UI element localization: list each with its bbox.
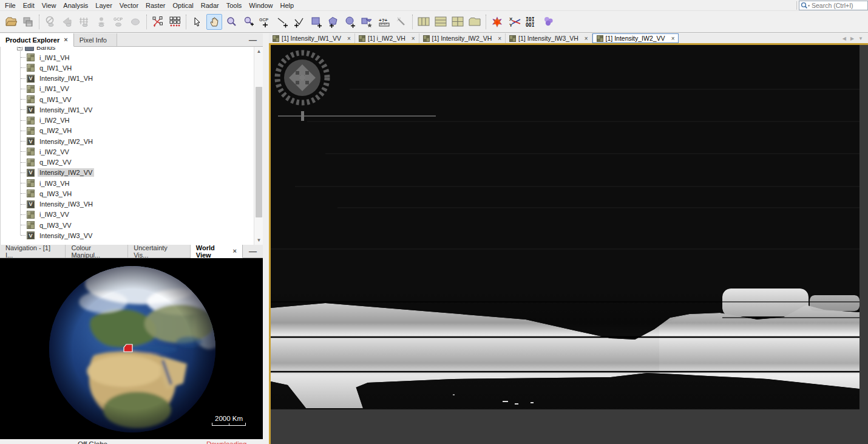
close-icon[interactable]: ×	[347, 35, 351, 42]
close-icon[interactable]: ×	[498, 35, 501, 42]
rectangle-drawing-icon[interactable]	[308, 14, 324, 30]
tree-node-band[interactable]: i_IW3_VV	[1, 210, 254, 220]
tree-node-band[interactable]: i_IW3_VH	[1, 178, 254, 188]
document-tab[interactable]: [1] Intensity_IW2_VH ×	[419, 33, 506, 43]
gcp-manager-icon[interactable]	[167, 14, 183, 30]
import-vector-overlay-icon[interactable]	[59, 14, 75, 30]
tile-evenly-icon[interactable]	[450, 14, 466, 30]
open-product-icon[interactable]	[3, 14, 19, 30]
band-icon	[27, 53, 35, 61]
scroll-up-icon[interactable]: ▲	[254, 47, 263, 56]
panel-tab[interactable]: Uncertainty Vis...	[128, 245, 191, 258]
binning-icon[interactable]: IOIOOI	[523, 14, 539, 30]
tree-node-band[interactable]: q_IW3_VV	[1, 220, 254, 230]
menu-item[interactable]: Vector	[116, 1, 142, 10]
pin-overlay-icon[interactable]	[93, 14, 109, 30]
cluster-icon[interactable]	[540, 14, 556, 30]
graticule-overlay-icon[interactable]	[76, 14, 92, 30]
roi-overlay-icon[interactable]	[127, 14, 143, 30]
search-box[interactable]	[799, 1, 868, 10]
document-tab[interactable]: [1] Intensity_IW2_VV ×	[592, 33, 679, 43]
panel-tab[interactable]: World View ×	[191, 245, 243, 258]
menu-item[interactable]: Edit	[19, 1, 38, 10]
scroll-down-icon[interactable]: ▼	[254, 236, 263, 245]
document-tab[interactable]: [1] i_IW2_VH ×	[355, 33, 419, 43]
close-icon[interactable]: ×	[671, 35, 675, 42]
menu-item[interactable]: File	[1, 1, 19, 10]
magic-wand-icon[interactable]	[393, 14, 409, 30]
line-drawing-icon[interactable]	[274, 14, 290, 30]
tree-node-band[interactable]: q_IW2_VV	[1, 157, 254, 168]
band-icon	[27, 95, 35, 103]
spectrum-icon[interactable]	[489, 14, 505, 30]
tree-node-band[interactable]: q_IW2_VH	[1, 126, 254, 136]
select-tool-icon[interactable]	[189, 14, 205, 30]
document-tab[interactable]: [1] Intensity_IW3_VH ×	[506, 33, 592, 43]
zoom-slider-handle	[301, 111, 304, 121]
dock-splitter[interactable]	[263, 33, 269, 444]
tree-node-band[interactable]: q_IW1_VH	[1, 63, 254, 73]
menu-item[interactable]: Layer	[92, 1, 116, 10]
minimize-panel-button[interactable]: —	[243, 247, 263, 256]
pan-tool-icon[interactable]	[206, 14, 222, 30]
download-status[interactable]: Downloading	[206, 440, 247, 444]
tab-list-dropdown-icon[interactable]: ▼	[858, 36, 863, 41]
menu-item[interactable]: Analysis	[59, 1, 92, 10]
tile-single-icon[interactable]	[467, 14, 483, 30]
pin-manager-icon[interactable]	[150, 14, 166, 30]
close-icon[interactable]: ×	[585, 35, 588, 42]
tree-node-band[interactable]: Intensity_IW2_VV	[1, 168, 254, 178]
tree-node-band[interactable]: Intensity_IW3_VH	[1, 199, 254, 210]
save-session-icon[interactable]	[20, 14, 36, 30]
tree-scrollbar[interactable]: ▲ ▼	[254, 47, 263, 245]
range-finder-icon[interactable]: +?+	[376, 14, 392, 30]
menu-item[interactable]: Tools	[223, 1, 246, 10]
tree-node-band[interactable]: i_IW2_VV	[1, 146, 254, 157]
polygon-drawing-icon[interactable]	[325, 14, 341, 30]
image-view-canvas[interactable]	[269, 43, 868, 444]
ellipse-drawing-icon[interactable]	[342, 14, 358, 30]
world-view-globe[interactable]: 2000 Km	[0, 258, 263, 439]
tree-node-band[interactable]: Intensity_IW1_VH	[1, 73, 254, 84]
view-navigation-control[interactable]	[274, 49, 444, 123]
no-data-overlay-icon[interactable]	[42, 14, 58, 30]
menu-item[interactable]: Raster	[142, 1, 169, 10]
tree-node-bands[interactable]: Bands	[1, 47, 254, 52]
search-input[interactable]	[812, 2, 864, 9]
gcp-overlay-icon[interactable]: GCP	[110, 14, 126, 30]
zoom-slider[interactable]	[278, 111, 436, 121]
minimize-panel-button[interactable]: —	[243, 35, 263, 44]
menu-item[interactable]: Help	[276, 1, 297, 10]
scroll-tabs-right-icon[interactable]: ▶	[850, 36, 854, 41]
tree-node-band[interactable]: Intensity_IW3_VV	[1, 230, 254, 241]
tree-node-band[interactable]: i_IW1_VH	[1, 52, 254, 63]
polyline-drawing-icon[interactable]	[291, 14, 307, 30]
close-icon[interactable]: ×	[64, 36, 67, 43]
scatter-plot-icon[interactable]: XY	[506, 14, 522, 30]
document-tab[interactable]: [1] Intensity_IW1_VV ×	[269, 33, 355, 43]
scrollbar-thumb[interactable]	[256, 87, 262, 217]
panel-tab[interactable]: Navigation - [1] I...	[0, 245, 66, 258]
tree-node-band[interactable]: q_IW3_VH	[1, 188, 254, 199]
menu-item[interactable]: Radar	[197, 1, 223, 10]
tree-node-band[interactable]: q_IW1_VV	[1, 94, 254, 104]
zoom-in-tool-icon[interactable]	[240, 14, 256, 30]
shape-transfer-icon[interactable]	[359, 14, 375, 30]
close-icon[interactable]: ×	[233, 248, 237, 254]
tree-node-band[interactable]: Intensity_IW1_VV	[1, 104, 254, 115]
panel-tab[interactable]: Pixel Info	[74, 33, 117, 46]
tile-horizontally-icon[interactable]	[433, 14, 449, 30]
zoom-tool-icon[interactable]	[223, 14, 239, 30]
panel-tab[interactable]: Colour Manipul...	[66, 245, 128, 258]
tree-node-band[interactable]: i_IW1_VV	[1, 84, 254, 94]
tree-node-band[interactable]: Intensity_IW2_VH	[1, 136, 254, 146]
close-icon[interactable]: ×	[412, 35, 415, 42]
gcp-insert-icon[interactable]: GCP	[257, 14, 273, 30]
panel-tab[interactable]: Product Explorer ×	[0, 33, 74, 47]
tree-node-band[interactable]: i_IW2_VH	[1, 115, 254, 126]
menu-item[interactable]: Optical	[169, 1, 197, 10]
menu-item[interactable]: View	[38, 1, 60, 10]
menu-item[interactable]: Window	[245, 1, 276, 10]
scroll-tabs-left-icon[interactable]: ◀	[843, 36, 846, 41]
tile-vertically-icon[interactable]	[416, 14, 432, 30]
